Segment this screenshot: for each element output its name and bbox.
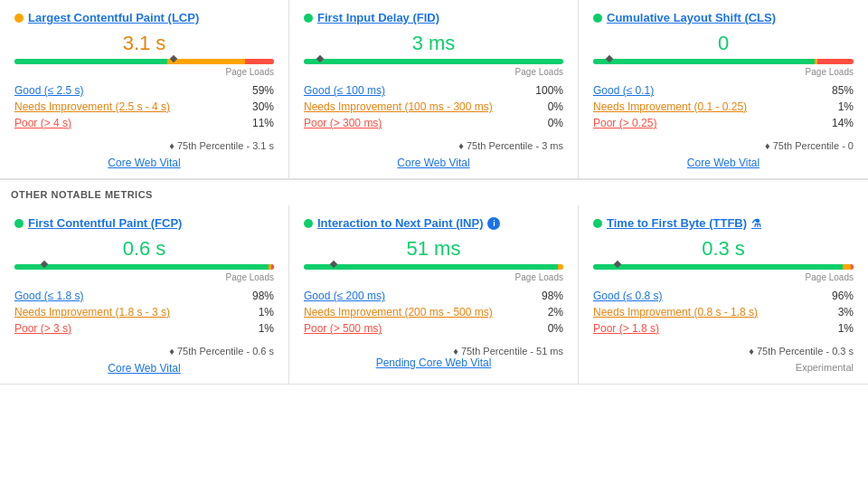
core-web-vital-link[interactable]: Core Web Vital <box>14 362 274 375</box>
metric-row-value: 1% <box>838 322 854 335</box>
other-metrics-header: OTHER NOTABLE METRICS <box>0 179 868 205</box>
metric-row: Needs Improvement (100 ms - 300 ms) 0% <box>304 99 563 115</box>
metric-value-fid: 3 ms <box>304 32 563 55</box>
percentile-line-fcp: ♦ 75th Percentile - 0.6 s <box>14 346 274 357</box>
progress-bar-track-fid <box>304 59 563 64</box>
marker-diamond-lcp <box>170 55 177 62</box>
metric-row-label[interactable]: Poor (> 300 ms) <box>304 117 382 129</box>
progress-bar-track-cls <box>593 59 854 64</box>
metric-row-label[interactable]: Poor (> 1.8 s) <box>593 322 659 335</box>
metric-card-ttfb: Time to First Byte (TTFB) ⚗ 0.3 s Page L… <box>579 205 868 384</box>
page-loads-label-fid: Page Loads <box>304 67 563 77</box>
metric-row-label[interactable]: Poor (> 500 ms) <box>304 322 382 335</box>
metric-dot-lcp <box>14 14 24 23</box>
metric-row: Poor (> 300 ms) 0% <box>304 115 563 131</box>
page-loads-label-fcp: Page Loads <box>14 272 274 282</box>
metric-row: Needs Improvement (2.5 s - 4 s) 30% <box>14 99 274 115</box>
marker-diamond-ttfb <box>614 261 621 268</box>
core-web-vital-link[interactable]: Core Web Vital <box>593 157 854 169</box>
metric-title-ttfb[interactable]: Time to First Byte (TTFB) ⚗ <box>593 216 854 230</box>
progress-marker-cls <box>606 56 613 67</box>
metric-row-label[interactable]: Needs Improvement (100 ms - 300 ms) <box>304 100 493 113</box>
pb-green-lcp <box>14 59 167 64</box>
metric-row-label[interactable]: Needs Improvement (0.1 - 0.25) <box>593 100 747 113</box>
pb-green-fid <box>304 59 563 64</box>
metric-value-ttfb: 0.3 s <box>593 237 854 261</box>
metric-row-label[interactable]: Good (≤ 2.5 s) <box>14 84 84 97</box>
progress-marker-inp <box>330 262 337 272</box>
metric-row: Poor (> 4 s) 11% <box>14 115 274 131</box>
metric-row-value: 98% <box>252 290 274 302</box>
progress-bar-container-inp <box>304 264 563 270</box>
info-icon[interactable]: i <box>487 217 500 230</box>
metric-dot-inp <box>304 219 313 228</box>
metric-row-label[interactable]: Good (≤ 0.1) <box>593 84 654 97</box>
flask-icon: ⚗ <box>751 217 761 230</box>
metric-card-inp: Interaction to Next Paint (INP) i 51 ms … <box>289 205 579 384</box>
core-web-vital-link[interactable]: Core Web Vital <box>14 157 274 169</box>
metric-row-value: 14% <box>832 117 854 129</box>
progress-marker-lcp <box>170 56 177 67</box>
metric-row-value: 98% <box>542 290 563 302</box>
metric-title-lcp[interactable]: Largest Contentful Paint (LCP) <box>14 11 274 24</box>
pb-red-lcp <box>245 59 274 64</box>
metric-row-value: 2% <box>548 306 563 319</box>
progress-bar-track-fcp <box>14 264 274 270</box>
progress-marker-fcp <box>41 262 48 272</box>
metric-row-label[interactable]: Poor (> 4 s) <box>14 117 71 129</box>
experimental-label: Experimental <box>593 362 854 373</box>
metric-row-value: 0% <box>548 100 563 113</box>
other-metrics-grid: First Contentful Paint (FCP) 0.6 s Page … <box>0 205 868 385</box>
metric-row-label[interactable]: Needs Improvement (2.5 s - 4 s) <box>14 100 170 113</box>
metric-row-label[interactable]: Good (≤ 200 ms) <box>304 290 385 302</box>
metric-title-fid[interactable]: First Input Delay (FID) <box>304 11 563 24</box>
core-vitals-grid: Largest Contentful Paint (LCP) 3.1 s Pag… <box>0 0 868 179</box>
metric-row-label[interactable]: Needs Improvement (200 ms - 500 ms) <box>304 306 493 319</box>
metric-row-label[interactable]: Needs Improvement (1.8 s - 3 s) <box>14 306 170 319</box>
metric-rows-lcp: Good (≤ 2.5 s) 59% Needs Improvement (2.… <box>14 82 274 131</box>
metric-value-inp: 51 ms <box>304 237 563 261</box>
metric-row-label[interactable]: Poor (> 3 s) <box>14 322 71 335</box>
pb-orange-ttfb <box>843 264 851 270</box>
metric-card-fid: First Input Delay (FID) 3 ms Page Loads … <box>289 0 579 178</box>
pb-red-ttfb <box>851 264 854 270</box>
metric-row-label[interactable]: Good (≤ 1.8 s) <box>14 290 84 302</box>
metric-row-value: 96% <box>832 290 854 302</box>
metric-row-value: 0% <box>548 117 563 129</box>
metric-row-label[interactable]: Poor (> 0.25) <box>593 117 656 129</box>
metric-row: Good (≤ 0.8 s) 96% <box>593 288 854 304</box>
metric-title-cls[interactable]: Cumulative Layout Shift (CLS) <box>593 11 854 24</box>
metric-row-value: 1% <box>259 306 274 319</box>
pb-green-inp <box>304 264 558 270</box>
metric-row-label[interactable]: Needs Improvement (0.8 s - 1.8 s) <box>593 306 758 319</box>
progress-marker-fid <box>316 56 324 67</box>
progress-marker-ttfb <box>614 262 621 272</box>
pb-green-fcp <box>14 264 269 270</box>
core-web-vital-link[interactable]: Core Web Vital <box>304 157 563 169</box>
progress-bar-container-fcp <box>14 264 274 270</box>
metric-rows-inp: Good (≤ 200 ms) 98% Needs Improvement (2… <box>304 288 563 337</box>
marker-diamond-cls <box>606 55 613 62</box>
metric-row: Good (≤ 2.5 s) 59% <box>14 82 274 99</box>
progress-bar-container-fid <box>304 59 563 64</box>
metric-title-inp[interactable]: Interaction to Next Paint (INP) i <box>304 216 563 230</box>
metric-row-label[interactable]: Good (≤ 100 ms) <box>304 84 385 97</box>
metric-row-label[interactable]: Good (≤ 0.8 s) <box>593 290 663 302</box>
pb-orange-lcp <box>167 59 245 64</box>
progress-bar-container-lcp <box>14 59 274 64</box>
metric-row: Poor (> 3 s) 1% <box>14 320 274 337</box>
metric-row: Needs Improvement (0.8 s - 1.8 s) 3% <box>593 304 854 320</box>
metric-rows-fid: Good (≤ 100 ms) 100% Needs Improvement (… <box>304 82 563 131</box>
metric-row-value: 1% <box>838 100 854 113</box>
metric-row: Good (≤ 200 ms) 98% <box>304 288 563 304</box>
metric-row: Good (≤ 0.1) 85% <box>593 82 854 99</box>
metric-title-fcp[interactable]: First Contentful Paint (FCP) <box>14 216 274 230</box>
metric-dot-fcp <box>14 219 24 228</box>
metric-row: Needs Improvement (0.1 - 0.25) 1% <box>593 99 854 115</box>
percentile-line-fid: ♦ 75th Percentile - 3 ms <box>304 140 563 151</box>
metric-row: Poor (> 0.25) 14% <box>593 115 854 131</box>
progress-bar-track-ttfb <box>593 264 854 270</box>
pending-core-web-vital-link[interactable]: Pending Core Web Vital <box>304 357 563 369</box>
metric-rows-cls: Good (≤ 0.1) 85% Needs Improvement (0.1 … <box>593 82 854 131</box>
metric-dot-ttfb <box>593 219 602 228</box>
